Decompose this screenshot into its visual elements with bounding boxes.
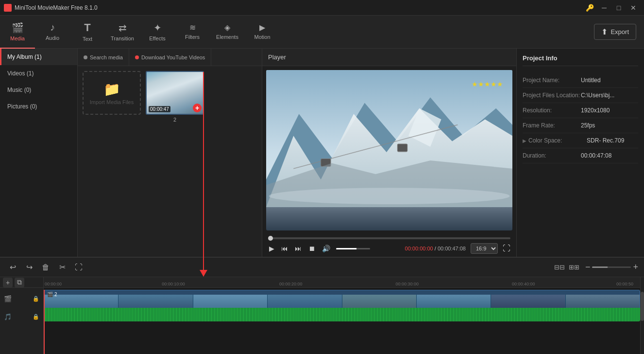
project-name-row: Project Name: Untitled (523, 73, 638, 88)
zoom-controls: ⊟⊟ ⊞⊞ − + (554, 262, 638, 272)
tab-effects-label: Effects (149, 35, 165, 41)
timeline-scrollbar[interactable] (640, 277, 644, 354)
copy-track-button[interactable]: ⧉ (15, 278, 24, 287)
volume-button[interactable]: 🔊 (321, 244, 331, 253)
audio-lock-icon[interactable]: 🔒 (33, 314, 39, 320)
cut-button[interactable]: ✂ (55, 261, 69, 274)
media-content-area: 📁 Import Media Files 00:00:47 + 2 (78, 66, 262, 257)
import-media-button[interactable]: 📁 Import Media Files (83, 71, 141, 115)
collapse-icon[interactable]: ▶ (523, 138, 526, 143)
youtube-icon (135, 55, 139, 59)
stop-button[interactable]: ⏹ (307, 244, 316, 253)
ruler-mark-1: 00:00:10:00 (162, 282, 185, 286)
sidebar-item-music-label: Music (0) (7, 87, 31, 93)
add-clip-button[interactable]: + (193, 104, 202, 112)
prev-frame-button[interactable]: ⏮ (280, 244, 289, 253)
add-track-button[interactable]: + (3, 278, 13, 287)
folder-icon: 📁 (103, 81, 120, 97)
media-icon: 🎬 (12, 22, 24, 34)
play-button[interactable]: ▶ (268, 244, 275, 253)
tab-elements[interactable]: ◈ Elements (210, 16, 245, 49)
timeline-toolbar: ↩ ↪ 🗑 ✂ ⛶ ⊟⊟ ⊞⊞ − + (0, 258, 644, 277)
ruler-marks-container: 00:00:00 00:00:10:00 00:00:20:00 00:00:3… (44, 277, 640, 287)
audio-icon: ♪ (50, 22, 55, 33)
search-media-label: Search media (90, 54, 123, 60)
frame-rate-label: Frame Rate: (523, 122, 581, 129)
timeline-ruler: 00:00:00 00:00:10:00 00:00:20:00 00:00:3… (44, 277, 640, 288)
audio-waveform (44, 308, 640, 321)
sidebar-item-videos-label: Videos (1) (7, 70, 34, 77)
zoom-out-button[interactable]: − (585, 262, 591, 272)
frame-rate-row: Frame Rate: 25fps (523, 118, 638, 133)
maximize-button[interactable]: □ (612, 1, 626, 15)
next-frame-button[interactable]: ⏭ (294, 244, 303, 253)
project-info-title: Project Info (523, 54, 638, 66)
svg-point-8 (269, 188, 510, 204)
timeline-tracks-inner: 🎬 2 (44, 290, 640, 354)
project-files-row: Project Files Location: C:\Users\bj... (523, 88, 638, 103)
crop-button[interactable]: ⛶ (72, 261, 85, 274)
audio-track-icon: 🎵 (4, 313, 12, 320)
youtube-download-tab[interactable]: Download YouTube Videos (129, 49, 212, 66)
minimize-button[interactable]: ─ (597, 1, 611, 15)
tab-filters-label: Filters (185, 34, 200, 40)
resolution-row: Resolution: 1920x1080 (523, 103, 638, 118)
tab-audio[interactable]: ♪ Audio (35, 16, 70, 49)
timeline-content: 00:00:00 00:00:10:00 00:00:20:00 00:00:3… (44, 277, 640, 354)
media-clip-item[interactable]: 00:00:47 + 2 (146, 71, 204, 123)
tab-media[interactable]: 🎬 Media (0, 16, 35, 49)
key-icon[interactable]: 🔑 (583, 1, 596, 15)
project-name-value: Untitled (581, 77, 601, 84)
resolution-value: 1920x1080 (581, 107, 610, 114)
tab-effects[interactable]: ✦ Effects (140, 16, 175, 49)
color-space-value: SDR- Rec.709 (587, 137, 624, 144)
tab-transition[interactable]: ⇄ Transition (105, 16, 140, 49)
playback-controls: ▶ ⏮ ⏭ ⏹ 🔊 00:00:00:00 / 00:00:47:08 16:9… (268, 243, 510, 254)
split-icon: ⊟⊟ (554, 264, 565, 271)
zoom-slider[interactable] (592, 266, 631, 268)
undo-button[interactable]: ↩ (6, 261, 19, 274)
progress-bar[interactable] (268, 237, 510, 239)
sidebar-item-videos[interactable]: Videos (1) (0, 65, 77, 82)
media-panel: Search media Download YouTube Videos 📁 I… (78, 49, 262, 257)
export-button[interactable]: ⬆ Export (594, 24, 636, 40)
search-media-tab[interactable]: Search media (78, 49, 129, 66)
sidebar-item-pictures[interactable]: Pictures (0) (0, 98, 77, 115)
tab-transition-label: Transition (111, 35, 134, 41)
app-title: MiniTool MovieMaker Free 8.1.0 (15, 4, 583, 11)
track-labels: + ⧉ 🎬 🔒 🎵 🔒 (0, 277, 44, 354)
aspect-ratio-select[interactable]: 16:9 (471, 243, 498, 254)
svg-text:★★★★★: ★★★★★ (472, 81, 503, 88)
media-panel-header: Search media Download YouTube Videos (78, 49, 262, 66)
progress-thumb[interactable] (268, 236, 273, 241)
time-current: 00:00:00:00 (405, 246, 433, 251)
main-content: My Album (1) Videos (1) Music (0) Pictur… (0, 49, 644, 257)
delete-button[interactable]: 🗑 (39, 261, 52, 274)
sidebar-item-music[interactable]: Music (0) (0, 82, 77, 98)
resolution-label: Resolution: (523, 107, 581, 114)
sidebar-item-my-album[interactable]: My Album (1) (0, 49, 77, 65)
media-thumb: 00:00:47 + (146, 71, 204, 115)
ruler-mark-4: 00:00:40:00 (512, 282, 535, 286)
scrollbar-thumb[interactable] (641, 292, 644, 321)
tab-elements-label: Elements (216, 34, 238, 40)
text-icon: T (84, 21, 90, 34)
transition-icon: ⇄ (119, 22, 127, 34)
add-track-buttons: + ⧉ (0, 277, 43, 288)
motion-icon: ▶ (259, 23, 265, 32)
sidebar-item-my-album-label: My Album (1) (7, 53, 42, 60)
ruler-mark-3: 00:00:30:00 (396, 282, 419, 286)
tab-motion[interactable]: ▶ Motion (245, 16, 280, 49)
search-dot-icon (84, 55, 87, 59)
volume-slider[interactable] (336, 248, 370, 249)
time-display: 00:00:00:00 / 00:00:47:08 (405, 246, 466, 251)
clip-label-overlay: 🎬 2 (47, 292, 57, 297)
tab-filters[interactable]: ≋ Filters (175, 16, 210, 49)
player-header: Player (262, 49, 516, 66)
close-button[interactable]: ✕ (627, 1, 640, 15)
tab-text[interactable]: T Text (70, 16, 105, 49)
video-lock-icon[interactable]: 🔒 (33, 296, 39, 302)
fullscreen-button[interactable]: ⛶ (503, 244, 510, 253)
redo-button[interactable]: ↪ (22, 261, 36, 274)
zoom-in-button[interactable]: + (633, 262, 638, 272)
